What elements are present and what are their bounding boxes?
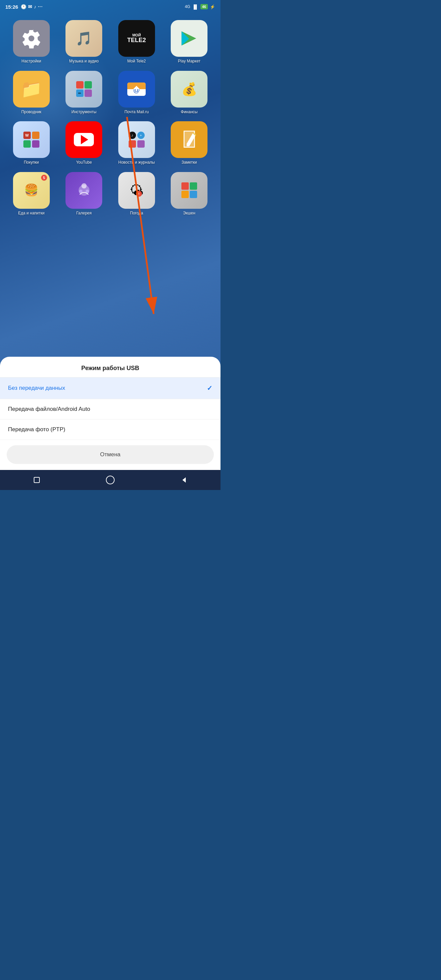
app-tools-label: Инструменты — [72, 110, 97, 115]
action-icon — [179, 180, 200, 201]
app-gallery-label: Галерея — [76, 211, 92, 216]
option-no-data-label: Без передачи данных — [8, 385, 65, 391]
finance-icon: 💰 — [181, 82, 197, 97]
shopping-icon: W — [20, 128, 43, 151]
app-tele2-label: Мой Tele2 — [127, 59, 146, 64]
app-mail[interactable]: @ Почта Mail.ru — [112, 71, 161, 115]
option-file-transfer-label: Передача файлов/Android Auto — [8, 406, 90, 412]
message-icon: ✉ — [28, 4, 32, 10]
square-icon — [33, 476, 41, 484]
app-settings[interactable]: Настройки — [7, 20, 56, 64]
app-news-label: Новости и журналы — [118, 160, 155, 165]
tools-icon: ✏ — [73, 78, 94, 100]
app-youtube[interactable]: YouTube — [59, 121, 109, 165]
app-notes-label: Заметки — [181, 160, 197, 165]
app-shopping[interactable]: W Покупки — [7, 121, 56, 165]
weather-icon: 🌤 ! — [130, 182, 144, 199]
app-weather-label: Погода — [130, 211, 143, 216]
news-icon: ♪ + — [126, 129, 147, 150]
tele2-icon: МОЙ TELE2 — [127, 33, 146, 44]
option-no-data[interactable]: Без передачи данных ✓ — [0, 377, 221, 399]
charging-icon: ⚡ — [210, 4, 215, 10]
back-triangle-icon — [180, 476, 188, 484]
status-bar: 15:26 🕐 ✉ ♪ ··· 4G ▐▌ 46 ⚡ — [0, 0, 221, 13]
cancel-label: Отмена — [100, 451, 121, 458]
app-play-label: Play Маркет — [178, 59, 201, 64]
app-files-label: Проводник — [21, 110, 41, 115]
usb-mode-bottom-sheet: Режим работы USB Без передачи данных ✓ П… — [0, 357, 221, 470]
app-notes[interactable]: Заметки — [165, 121, 214, 165]
more-icon: ··· — [38, 4, 43, 10]
app-finance[interactable]: 💰 Финансы — [165, 71, 214, 115]
tiktok-icon: ♪ — [34, 4, 36, 10]
files-folder-icon: 📁 — [21, 79, 42, 99]
selected-checkmark-icon: ✓ — [207, 384, 212, 392]
time-display: 15:26 — [5, 4, 18, 10]
app-mail-label: Почта Mail.ru — [124, 110, 149, 115]
clock-icon: 🕐 — [21, 4, 26, 10]
cancel-button[interactable]: Отмена — [7, 445, 214, 464]
app-play[interactable]: Play Маркет — [165, 20, 214, 64]
signal-icon: 4G — [185, 4, 190, 9]
mail-icon: @ — [126, 78, 147, 100]
app-news[interactable]: ♪ + Новости и журналы — [112, 121, 161, 165]
settings-gear-icon — [21, 29, 41, 48]
app-tools[interactable]: ✏ Инструменты — [59, 71, 109, 115]
sheet-title: Режим работы USB — [0, 357, 221, 377]
svg-point-7 — [106, 476, 114, 484]
navigation-bar — [0, 470, 221, 490]
app-action[interactable]: Экшен — [165, 172, 214, 216]
signal-bars-icon: ▐▌ — [192, 4, 198, 10]
svg-point-1 — [81, 183, 86, 189]
app-tele2[interactable]: МОЙ TELE2 Мой Tele2 — [112, 20, 161, 64]
app-shopping-label: Покупки — [24, 160, 39, 165]
option-file-transfer[interactable]: Передача файлов/Android Auto — [0, 399, 221, 420]
svg-rect-6 — [34, 477, 40, 483]
notes-pencil-icon — [180, 129, 199, 151]
app-gallery[interactable]: Галерея — [59, 172, 109, 216]
nav-recent-apps-button[interactable] — [30, 473, 43, 487]
food-icon: 🍔 5 — [24, 183, 39, 197]
option-ptp-label: Передача фото (PTP) — [8, 426, 65, 433]
battery-indicator: 46 — [201, 4, 208, 10]
app-files[interactable]: 📁 Проводник — [7, 71, 56, 115]
gallery-icon — [73, 179, 95, 201]
app-finance-label: Финансы — [181, 110, 197, 115]
app-food[interactable]: 🍔 5 Еда и напитки — [7, 172, 56, 216]
circle-home-icon — [105, 475, 115, 485]
app-weather[interactable]: 🌤 ! Погода — [112, 172, 161, 216]
option-ptp[interactable]: Передача фото (PTP) — [0, 420, 221, 440]
app-grid: Настройки 🎵 Музыка и аудио МОЙ TELE2 Мой… — [0, 17, 221, 219]
app-music[interactable]: 🎵 Музыка и аудио — [59, 20, 109, 64]
youtube-play-icon — [74, 133, 94, 146]
app-youtube-label: YouTube — [76, 160, 92, 165]
app-action-label: Экшен — [183, 211, 196, 216]
app-music-label: Музыка и аудио — [69, 59, 99, 64]
app-settings-label: Настройки — [21, 59, 41, 64]
play-store-icon — [179, 29, 199, 48]
nav-back-button[interactable] — [177, 473, 190, 487]
music-icon: 🎵 — [75, 31, 92, 46]
app-food-label: Еда и напитки — [18, 211, 45, 216]
nav-home-button[interactable] — [103, 473, 117, 487]
